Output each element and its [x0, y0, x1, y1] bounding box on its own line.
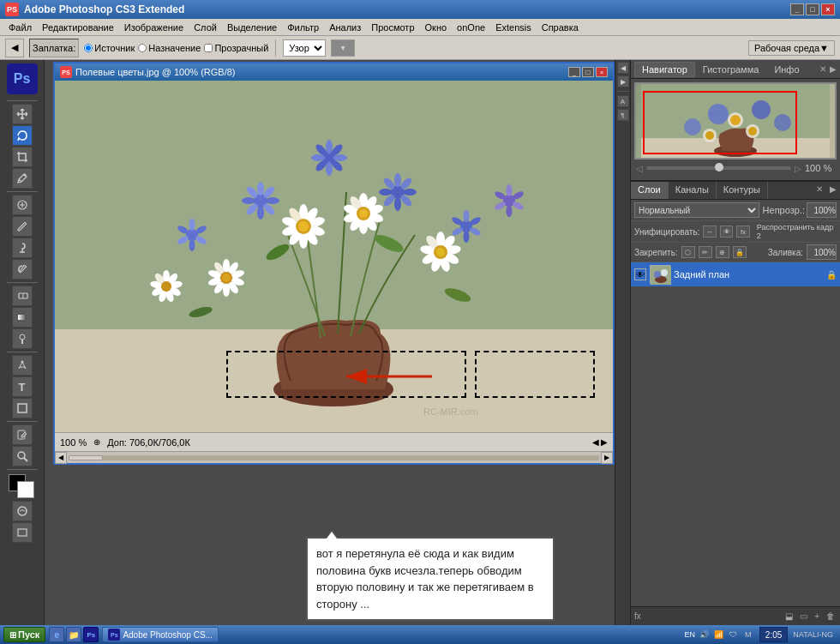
crop-tool[interactable] — [12, 147, 33, 167]
eraser-tool[interactable] — [12, 286, 33, 306]
menu-select[interactable]: Выделение — [222, 21, 282, 34]
zoom-smaller-icon[interactable]: ◁ — [636, 164, 643, 173]
layers-panel-collapse[interactable]: ▶ — [826, 182, 840, 199]
transparent-option[interactable]: Прозрачный — [204, 43, 268, 53]
navigator-panel-close[interactable]: ✕ — [819, 64, 826, 74]
menu-edit[interactable]: Редактирование — [37, 21, 119, 34]
tab-channels[interactable]: Каналы — [669, 182, 717, 199]
zoom-tool[interactable] — [12, 446, 33, 466]
scroll-right[interactable]: ▶ — [601, 452, 613, 464]
layer-row-background[interactable]: 👁 Задний план 🔒 — [631, 262, 840, 286]
layer-visibility-toggle[interactable]: 👁 — [634, 268, 646, 280]
menu-window[interactable]: Окно — [420, 21, 453, 34]
menu-image[interactable]: Изображение — [119, 21, 189, 34]
color-swatches[interactable] — [7, 474, 38, 500]
options-arrow-button[interactable]: ◀ — [5, 39, 24, 57]
blend-mode-select[interactable]: Нормальный — [634, 202, 759, 218]
mini-btn-2[interactable]: ▶ — [617, 75, 629, 87]
notes-tool[interactable] — [12, 424, 33, 445]
history-brush-tool[interactable] — [12, 259, 33, 280]
doc-minimize-button[interactable]: _ — [568, 67, 580, 77]
scroll-track[interactable] — [69, 455, 599, 460]
scroll-left[interactable]: ◀ — [55, 452, 67, 464]
clock-display[interactable]: 2:05 — [759, 627, 788, 642]
scroll-thumb[interactable] — [69, 455, 103, 460]
source-option[interactable]: Источник — [84, 43, 135, 53]
pen-tool[interactable] — [12, 355, 33, 376]
zoom-thumb[interactable] — [715, 163, 723, 172]
lock-all-button[interactable]: 🔒 — [733, 246, 747, 258]
tab-paths[interactable]: Контуры — [717, 182, 768, 199]
navigator-panel-collapse[interactable]: ▶ — [830, 64, 837, 74]
ps-taskbar-icon[interactable]: Ps — [83, 627, 99, 642]
zoom-larger-icon[interactable]: ▷ — [795, 164, 801, 173]
speaker-icon[interactable]: 🔊 — [699, 629, 711, 641]
layers-bottom-toolbar: fx ⬓ ▭ + 🗑 — [631, 606, 840, 625]
eyedropper-tool[interactable] — [12, 168, 33, 189]
clone-tool[interactable] — [12, 238, 33, 258]
unify-position-button[interactable]: ↔ — [703, 226, 716, 238]
zoom-in-button[interactable]: ⊕ — [93, 437, 100, 447]
gradient-tool[interactable] — [12, 307, 33, 328]
unify-visibility-button[interactable]: 👁 — [720, 226, 733, 238]
layers-adjustment-icon[interactable]: ⬓ — [785, 611, 793, 621]
horizontal-scrollbar[interactable]: ◀ ▶ — [55, 451, 613, 463]
pattern-picker[interactable]: ▼ — [331, 39, 355, 57]
healing-tool[interactable] — [12, 195, 33, 215]
minimize-button[interactable]: _ — [790, 3, 804, 15]
lang-indicator[interactable]: EN — [684, 629, 696, 641]
scroll-right-button[interactable]: ▶ — [601, 437, 608, 447]
mini-btn-4[interactable]: ¶ — [617, 109, 629, 121]
maximize-button[interactable]: □ — [806, 3, 819, 15]
ps-badge[interactable]: Ps — [7, 63, 38, 94]
antivirus-icon[interactable]: 🛡 — [728, 629, 740, 641]
tray-icon-1[interactable]: M — [742, 629, 754, 641]
opacity-input[interactable] — [807, 202, 837, 218]
layers-delete-icon[interactable]: 🗑 — [826, 611, 835, 621]
ps-taskbar-item[interactable]: Ps Adobe Photoshop CS... — [102, 627, 219, 642]
menu-help[interactable]: Справка — [537, 21, 584, 34]
move-tool[interactable] — [12, 104, 33, 124]
menu-onone[interactable]: onOne — [452, 21, 490, 34]
lock-paint-button[interactable]: ✏ — [699, 246, 712, 258]
network-icon[interactable]: 📶 — [713, 629, 725, 641]
doc-maximize-button[interactable]: □ — [582, 67, 594, 77]
dodge-tool[interactable] — [12, 328, 33, 349]
screen-mode-tool[interactable] — [12, 522, 33, 543]
tab-histogram[interactable]: Гистограмма — [695, 62, 767, 77]
dest-option[interactable]: Назначение — [138, 43, 201, 53]
quick-mask-tool[interactable] — [12, 501, 33, 521]
start-button[interactable]: ⊞ Пуск — [3, 627, 45, 642]
mini-btn-1[interactable]: ◀ — [617, 62, 629, 74]
lock-transparent-button[interactable]: ⬡ — [681, 246, 695, 258]
folder-icon[interactable]: 📁 — [66, 627, 81, 642]
tab-layers[interactable]: Слои — [631, 182, 669, 199]
menu-extensis[interactable]: Extensis — [490, 21, 537, 34]
scroll-left-button[interactable]: ◀ — [592, 437, 599, 447]
text-tool[interactable]: T — [12, 376, 33, 397]
brush-tool[interactable] — [12, 216, 33, 237]
shape-tool[interactable] — [12, 398, 33, 418]
menu-layer[interactable]: Слой — [189, 21, 222, 34]
tab-info[interactable]: Инфо — [766, 62, 807, 77]
menu-view[interactable]: Просмотр — [366, 21, 419, 34]
ie-icon[interactable]: e — [49, 627, 64, 642]
close-button[interactable]: × — [821, 3, 835, 15]
unify-style-button[interactable]: fx — [736, 226, 749, 238]
lock-move-button[interactable]: ⊕ — [716, 246, 729, 258]
layers-options-icon[interactable]: fx — [634, 611, 641, 621]
layers-panel-close[interactable]: ✕ — [813, 182, 826, 199]
menu-file[interactable]: Файл — [3, 21, 37, 34]
layers-new-icon[interactable]: + — [814, 611, 819, 621]
menu-filter[interactable]: Фильтр — [282, 21, 324, 34]
zoom-slider[interactable] — [646, 166, 791, 170]
tab-navigator[interactable]: Навигатор — [634, 62, 695, 77]
workspace-button[interactable]: Рабочая среда ▼ — [748, 40, 835, 56]
pattern-select[interactable]: Узор — [283, 39, 326, 57]
menu-analysis[interactable]: Анализ — [324, 21, 366, 34]
fill-input[interactable] — [807, 244, 837, 260]
mini-btn-3[interactable]: A — [617, 95, 629, 107]
doc-close-button[interactable]: × — [596, 67, 608, 77]
lasso-tool[interactable] — [12, 125, 33, 146]
layers-group-icon[interactable]: ▭ — [800, 611, 807, 621]
